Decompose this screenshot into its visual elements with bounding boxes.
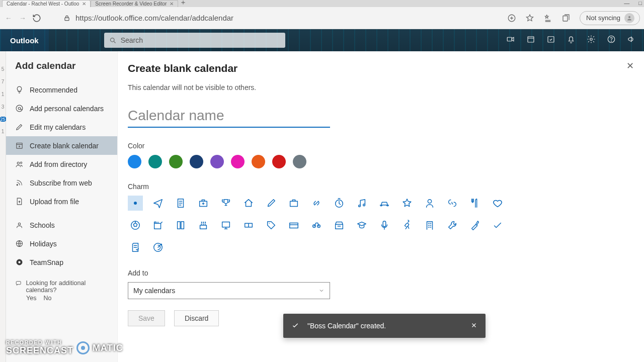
addto-select[interactable]: My calendars (128, 282, 330, 299)
plan-icon[interactable] (546, 35, 555, 46)
sidebar-item-subscribe[interactable]: Subscribe from web (6, 173, 117, 192)
sidebar-label: Recommended (30, 86, 77, 94)
svg-rect-5 (507, 37, 512, 41)
save-button[interactable]: Save (128, 310, 165, 326)
star-charm[interactable] (399, 196, 415, 211)
sidebar-item-recommended[interactable]: Recommended (6, 80, 117, 99)
briefcase-charm[interactable] (286, 196, 301, 211)
card-charm[interactable] (286, 218, 301, 233)
sidebar-item-edit[interactable]: Edit my calendars (6, 118, 117, 136)
toast-close-button[interactable] (470, 322, 477, 330)
favorites-list-icon[interactable] (543, 14, 552, 23)
sidebar-item-directory[interactable]: Add from directory (6, 155, 117, 173)
color-swatch[interactable] (169, 155, 183, 168)
bike-charm[interactable] (309, 218, 324, 233)
maximize-icon[interactable]: □ (638, 0, 642, 6)
forward-button[interactable]: → (18, 14, 27, 22)
run-charm[interactable] (399, 218, 415, 233)
new-tab-button[interactable]: ＋ (178, 0, 188, 7)
app-header: Outlook Search (0, 29, 644, 51)
help-icon[interactable] (607, 35, 616, 46)
person-charm[interactable] (422, 196, 437, 211)
building-charm[interactable] (422, 218, 437, 233)
notifications-icon[interactable] (567, 35, 576, 46)
clap-charm[interactable] (150, 218, 166, 233)
search-box[interactable]: Search (104, 33, 285, 48)
music-charm[interactable] (354, 196, 369, 211)
calendar-name-input[interactable] (128, 107, 330, 128)
close-panel-button[interactable]: ✕ (626, 60, 634, 71)
stopwatch-charm[interactable] (332, 196, 347, 211)
svg-point-16 (17, 185, 18, 186)
add-page-icon[interactable] (507, 14, 516, 23)
sidebar-item-create-blank[interactable]: Create blank calendar (6, 136, 117, 155)
bulb-icon (15, 85, 24, 94)
monitor-charm[interactable] (218, 218, 233, 233)
grad-charm[interactable] (354, 218, 369, 233)
svg-point-15 (20, 162, 22, 163)
home-charm[interactable] (241, 196, 256, 211)
back-button[interactable]: ← (4, 14, 13, 22)
cake-charm[interactable] (196, 218, 211, 233)
food-charm[interactable] (467, 196, 482, 211)
color-swatch[interactable] (231, 155, 245, 168)
color-swatch[interactable] (272, 155, 286, 168)
close-icon[interactable]: ✕ (82, 1, 86, 7)
target-charm[interactable] (150, 240, 166, 255)
pen-charm[interactable] (264, 196, 279, 211)
clip-charm[interactable] (128, 240, 143, 255)
knife-charm[interactable] (467, 218, 482, 233)
sidebar-label: Edit my calendars (30, 123, 86, 131)
sidebar-item-holidays[interactable]: Holidays (6, 234, 117, 253)
sidebar-item-schools[interactable]: Schools (6, 216, 117, 234)
settings-icon[interactable] (587, 35, 596, 46)
sidebar-label: Upload from file (30, 198, 79, 206)
favorite-icon[interactable] (525, 14, 534, 23)
plane-charm[interactable] (150, 196, 166, 211)
color-swatch[interactable] (210, 155, 224, 168)
foot-yes[interactable]: Yes (26, 295, 36, 302)
sidebar-item-teamsnap[interactable]: TeamSnap (6, 253, 117, 272)
app-brand[interactable]: Outlook (0, 29, 49, 51)
collections-icon[interactable] (561, 14, 571, 23)
sidebar-label: Schools (30, 221, 55, 229)
tag-charm[interactable] (264, 218, 279, 233)
svg-point-3 (628, 16, 630, 18)
color-swatch[interactable] (128, 155, 141, 168)
color-swatch[interactable] (252, 155, 265, 168)
wrench-charm[interactable] (445, 218, 460, 233)
meet-now-icon[interactable] (506, 35, 515, 46)
rings-charm[interactable] (445, 196, 460, 211)
soccer-charm[interactable] (128, 218, 143, 233)
minimize-icon[interactable]: — (624, 0, 629, 6)
briefcaseP-charm[interactable] (196, 196, 211, 211)
no-charm[interactable] (128, 196, 143, 211)
sidebar-item-upload[interactable]: Upload from file (6, 192, 117, 211)
discard-button[interactable]: Discard (174, 310, 219, 326)
browser-tab[interactable]: Screen Recorder & Video Editor ✕ (91, 0, 178, 7)
close-icon[interactable]: ✕ (170, 1, 174, 7)
main-heading: Create blank calendar (128, 62, 630, 74)
color-swatch[interactable] (148, 155, 162, 168)
color-swatch[interactable] (293, 155, 306, 168)
foot-no[interactable]: No (43, 295, 51, 302)
trophy-charm[interactable] (218, 196, 233, 211)
check-charm[interactable] (490, 218, 505, 233)
day-icon[interactable] (526, 35, 535, 46)
whatsnew-icon[interactable] (627, 35, 636, 46)
ticket-charm[interactable] (241, 218, 256, 233)
url-text[interactable]: https://outlook.office.com/calendar/addc… (75, 14, 233, 22)
note-charm[interactable] (173, 196, 188, 211)
link-charm[interactable] (309, 196, 324, 211)
mic-charm[interactable] (377, 218, 392, 233)
sidebar-label: Add from directory (30, 160, 87, 168)
car-charm[interactable] (377, 196, 392, 211)
browser-tab[interactable]: Calendar - Rachel West - Outloo ✕ (2, 0, 91, 7)
color-swatch[interactable] (190, 155, 203, 168)
refresh-button[interactable] (32, 14, 41, 23)
book-charm[interactable] (173, 218, 188, 233)
sync-status[interactable]: Not syncing (580, 11, 640, 25)
shop-charm[interactable] (332, 218, 347, 233)
sidebar-item-personal[interactable]: Add personal calendars (6, 99, 117, 118)
heart-charm[interactable] (490, 196, 505, 211)
